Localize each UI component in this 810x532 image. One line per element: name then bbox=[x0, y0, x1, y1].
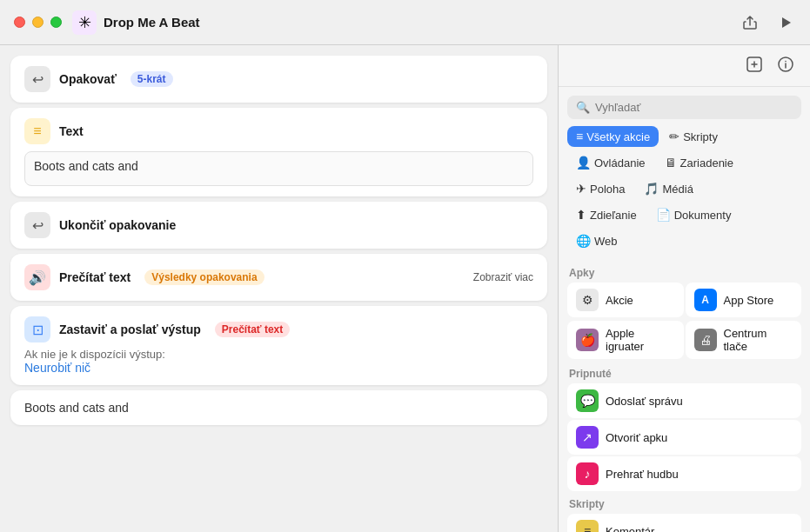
list-item-komentar[interactable]: ≡ Komentár bbox=[567, 514, 801, 532]
right-header bbox=[559, 45, 810, 87]
search-bar: 🔍 bbox=[567, 96, 801, 119]
list-item-centrum[interactable]: 🖨 Centrum tlače bbox=[686, 321, 802, 359]
end-repeat-block: ↩ Ukončiť opakovanie bbox=[10, 202, 547, 249]
category-media-icon: 🎵 bbox=[644, 182, 659, 196]
repeat-header: ↩ Opakovať 5-krát bbox=[24, 66, 533, 92]
list-item-app-store[interactable]: A App Store bbox=[686, 283, 802, 317]
add-action-icon bbox=[746, 56, 763, 73]
apky-grid: ⚙ Akcie A App Store 🍎 Apple igruater 🖨 C… bbox=[567, 283, 801, 361]
categories-row4: ⬆ Zdieľanie 📄 Dokumenty bbox=[559, 204, 810, 230]
show-more-link[interactable]: Zobraziť viac bbox=[473, 271, 533, 283]
search-input[interactable] bbox=[595, 101, 793, 114]
section-apky-label: Apky bbox=[567, 267, 801, 279]
category-documents[interactable]: 📄 Dokumenty bbox=[647, 204, 740, 225]
end-repeat-header: ↩ Ukončiť opakovanie bbox=[24, 212, 533, 238]
category-sharing-label: Zdieľanie bbox=[590, 209, 637, 222]
add-action-button[interactable] bbox=[744, 54, 765, 79]
apple-label: Apple igruater bbox=[606, 327, 675, 353]
category-location-icon: ✈ bbox=[576, 182, 586, 196]
category-media-label: Médiá bbox=[662, 183, 693, 196]
repeat-icon: ↩ bbox=[24, 66, 50, 92]
share-icon bbox=[742, 15, 758, 30]
repeat-title: Opakovať bbox=[59, 72, 117, 86]
category-device[interactable]: 🖥 Zariadenie bbox=[656, 152, 742, 173]
centrum-icon: 🖨 bbox=[694, 329, 717, 351]
speak-header: 🔊 Prečítať text Výsledky opakovania Zobr… bbox=[24, 264, 533, 290]
categories-row3: ✈ Poloha 🎵 Médiá bbox=[559, 178, 810, 204]
share-button[interactable] bbox=[739, 11, 761, 34]
app-title: Drop Me A Beat bbox=[104, 15, 739, 30]
otvorit-label: Otvoriť apku bbox=[606, 431, 667, 444]
actions-icon: ⚙ bbox=[576, 289, 599, 311]
traffic-lights bbox=[14, 17, 62, 28]
category-scripts-icon: ✏ bbox=[669, 130, 679, 143]
category-all-label: Všetky akcie bbox=[586, 130, 650, 143]
stop-icon: ⊡ bbox=[24, 316, 50, 342]
category-media[interactable]: 🎵 Médiá bbox=[635, 178, 701, 199]
minimize-button[interactable] bbox=[32, 17, 44, 28]
category-sharing[interactable]: ⬆ Zdieľanie bbox=[567, 204, 646, 225]
otvorit-icon: ↗ bbox=[576, 426, 599, 449]
play-button[interactable] bbox=[775, 12, 796, 33]
category-scripts[interactable]: ✏ Skripty bbox=[660, 126, 726, 147]
fullscreen-button[interactable] bbox=[50, 17, 62, 28]
repeat-badge: 5-krát bbox=[131, 71, 173, 87]
list-item-actions[interactable]: ⚙ Akcie bbox=[567, 283, 684, 317]
odoslat-label: Odoslať správu bbox=[606, 395, 683, 408]
category-all-icon: ≡ bbox=[576, 130, 583, 143]
speak-title: Prečítať text bbox=[59, 270, 131, 284]
app-icon: ✳ bbox=[72, 10, 97, 35]
output-preview: Boots and cats and bbox=[10, 390, 547, 425]
apple-icon: 🍎 bbox=[576, 329, 599, 351]
titlebar: ✳ Drop Me A Beat bbox=[0, 0, 810, 45]
categories-row2: 👤 Ovládanie 🖥 Zariadenie bbox=[559, 152, 810, 178]
odoslat-icon: 💬 bbox=[576, 389, 599, 412]
app-store-icon: A bbox=[694, 289, 717, 311]
centrum-label: Centrum tlače bbox=[724, 327, 793, 353]
right-panel: 🔍 ≡ Všetky akcie ✏ Skripty 👤 Ovládanie 🖥… bbox=[558, 45, 810, 532]
info-button[interactable] bbox=[775, 54, 796, 79]
end-repeat-title: Ukončiť opakovanie bbox=[59, 218, 176, 232]
text-title: Text bbox=[59, 124, 84, 138]
stop-title: Zastaviť a poslať výstup bbox=[59, 323, 201, 336]
list-item-otvorit[interactable]: ↗ Otvoriť apku bbox=[567, 420, 801, 455]
svg-point-2 bbox=[785, 61, 787, 63]
left-panel: ↩ Opakovať 5-krát ≡ Text Boots and cats … bbox=[0, 45, 558, 532]
repeat-block: ↩ Opakovať 5-krát bbox=[10, 56, 547, 103]
category-scripts-label: Skripty bbox=[683, 130, 718, 143]
category-device-label: Zariadenie bbox=[680, 156, 733, 170]
text-input-area[interactable]: Boots and cats and bbox=[24, 151, 533, 186]
category-all[interactable]: ≡ Všetky akcie bbox=[567, 126, 659, 147]
info-icon bbox=[777, 56, 794, 73]
text-block: ≡ Text Boots and cats and bbox=[10, 108, 547, 196]
close-button[interactable] bbox=[14, 17, 25, 28]
category-documents-icon: 📄 bbox=[656, 208, 671, 222]
categories-row: ≡ Všetky akcie ✏ Skripty bbox=[559, 126, 810, 152]
categories-row5: 🌐 Web bbox=[559, 230, 810, 256]
category-web-icon: 🌐 bbox=[576, 234, 591, 248]
stop-link[interactable]: Neurobiť nič bbox=[24, 361, 533, 375]
text-icon: ≡ bbox=[24, 118, 50, 144]
section-skripty-label: Skripty bbox=[567, 498, 801, 510]
app-store-label: App Store bbox=[724, 294, 774, 307]
list-item-odoslat[interactable]: 💬 Odoslať správu bbox=[567, 383, 801, 418]
prehrat-icon: ♪ bbox=[576, 462, 599, 485]
category-device-icon: 🖥 bbox=[665, 156, 677, 170]
category-location-label: Poloha bbox=[590, 183, 625, 196]
play-icon bbox=[779, 16, 793, 30]
category-control-icon: 👤 bbox=[576, 156, 591, 170]
list-item-apple[interactable]: 🍎 Apple igruater bbox=[567, 321, 684, 359]
category-web-label: Web bbox=[594, 235, 618, 248]
end-repeat-icon: ↩ bbox=[24, 212, 50, 238]
komentar-icon: ≡ bbox=[576, 520, 599, 532]
prehrat-label: Prehrať hudbu bbox=[606, 468, 679, 481]
komentar-label: Komentár bbox=[606, 525, 654, 533]
category-control[interactable]: 👤 Ovládanie bbox=[567, 152, 654, 173]
stop-header: ⊡ Zastaviť a poslať výstup Prečítať text bbox=[24, 316, 533, 342]
list-item-prehrat[interactable]: ♪ Prehrať hudbu bbox=[567, 456, 801, 491]
speak-block: 🔊 Prečítať text Výsledky opakovania Zobr… bbox=[10, 254, 547, 301]
category-web[interactable]: 🌐 Web bbox=[567, 230, 626, 251]
actions-label: Akcie bbox=[606, 294, 633, 307]
category-documents-label: Dokumenty bbox=[674, 209, 732, 222]
category-location[interactable]: ✈ Poloha bbox=[567, 178, 633, 199]
